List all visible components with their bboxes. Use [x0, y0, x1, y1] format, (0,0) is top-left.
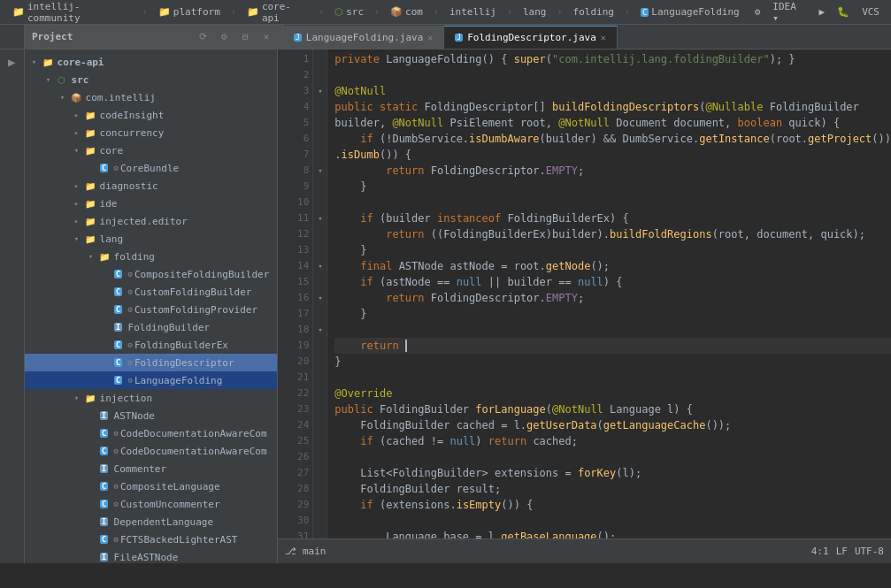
- list-item[interactable]: C ⚙ FoldingDescriptor: [25, 354, 278, 371]
- list-item[interactable]: C ⚙ CompositeFoldingBuilder: [25, 265, 278, 283]
- run-icon[interactable]: ▶: [815, 4, 830, 19]
- list-item[interactable]: I FoldingBuilder: [25, 318, 278, 336]
- nav-intellij[interactable]: intellij: [444, 4, 502, 19]
- class-icon: C: [111, 267, 126, 281]
- tree-arrow: [85, 445, 97, 457]
- list-item[interactable]: I Commenter: [25, 460, 278, 477]
- project-collapse-icon[interactable]: ⊟: [236, 28, 254, 46]
- tree-arrow[interactable]: [71, 197, 83, 210]
- nav-platform[interactable]: 📁 platform: [153, 4, 226, 19]
- code-line: @Override: [334, 386, 891, 401]
- list-item[interactable]: 📁 injection: [25, 389, 278, 407]
- list-item[interactable]: 📁 core-api: [25, 53, 278, 71]
- tree-arrow[interactable]: [85, 250, 97, 263]
- tree-arrow[interactable]: [71, 233, 83, 245]
- code-line: [334, 513, 891, 529]
- list-item[interactable]: 📁 diagnostic: [25, 177, 278, 195]
- list-item[interactable]: 📁 folding: [25, 248, 278, 265]
- list-item[interactable]: C ⚙ FCTSBackedLighterAST: [25, 531, 278, 548]
- nav-languagefolding[interactable]: C LanguageFolding: [635, 4, 745, 19]
- code-line: }: [334, 179, 891, 195]
- code-line: List<FoldingBuilder> extensions = forKey…: [334, 465, 891, 481]
- fold-all-icon[interactable]: ▶: [3, 53, 20, 71]
- folder-icon: 📁: [83, 391, 97, 405]
- list-item[interactable]: C ⚙ CoreBundle: [25, 159, 278, 177]
- line-ending[interactable]: LF: [836, 546, 848, 557]
- vcs-icon[interactable]: VCS: [857, 4, 884, 19]
- list-item[interactable]: 📁 core: [25, 141, 278, 159]
- class-icon: I: [97, 462, 111, 476]
- list-item[interactable]: I DependentLanguage: [25, 513, 278, 531]
- list-item[interactable]: C ⚙ CodeDocumentationAwareCom: [25, 424, 278, 442]
- fold-marker[interactable]: ▾: [313, 258, 326, 274]
- tree-arrow[interactable]: [71, 179, 83, 192]
- top-bar: 📁 intellij-community › 📁 platform › 📁 co…: [0, 0, 891, 25]
- nav-core-api[interactable]: 📁 core-api: [242, 0, 313, 26]
- list-item[interactable]: 📁 lang: [25, 230, 278, 248]
- class-icon: C: [97, 497, 111, 511]
- list-item[interactable]: ⬡ src: [25, 71, 278, 88]
- tab-close-foldingdescriptor[interactable]: ✕: [601, 33, 606, 42]
- tree-arrow[interactable]: [71, 144, 83, 157]
- code-line: [334, 322, 891, 338]
- tree-arrow[interactable]: [42, 73, 55, 86]
- code-line: private LanguageFolding() { super("com.i…: [334, 51, 891, 67]
- tree-arrow[interactable]: [71, 109, 83, 121]
- list-item[interactable]: 📁 codeInsight: [25, 106, 278, 124]
- tree-arrow[interactable]: [71, 126, 83, 139]
- cursor-position: 4:1: [811, 546, 829, 557]
- tree-arrow[interactable]: [57, 91, 69, 103]
- debug-icon[interactable]: 🐛: [833, 4, 854, 19]
- git-branch[interactable]: ⎇ main: [285, 546, 326, 557]
- code-line: if (extensions.isEmpty()) {: [334, 497, 891, 513]
- list-item[interactable]: C ⚙ CompositeLanguage: [25, 477, 278, 495]
- fold-marker[interactable]: ▾: [313, 163, 326, 179]
- tab-foldingdescriptor[interactable]: J FoldingDescriptor.java ✕: [444, 26, 618, 49]
- class-icon: I: [97, 409, 111, 423]
- list-item[interactable]: C ⚙ CodeDocumentationAwareCom: [25, 442, 278, 460]
- settings-icon[interactable]: ⚙: [750, 4, 765, 19]
- class-icon: I: [97, 550, 111, 563]
- encoding[interactable]: UTF-8: [855, 546, 884, 557]
- list-item[interactable]: 📁 injected.editor: [25, 212, 278, 230]
- list-item[interactable]: C ⚙ LanguageFolding: [25, 371, 278, 389]
- list-item[interactable]: C ⚙ CustomUncommenter: [25, 495, 278, 513]
- fold-marker[interactable]: ▾: [313, 322, 326, 338]
- nav-lang[interactable]: lang: [518, 4, 552, 19]
- tab-languagefolding[interactable]: J LanguageFolding.java ✕: [283, 26, 444, 49]
- code-line: [334, 67, 891, 83]
- list-item[interactable]: 📦 com.intellij: [25, 88, 278, 106]
- project-sync-icon[interactable]: ⟳: [194, 28, 211, 46]
- code-line: return FoldingDescriptor.EMPTY;: [334, 163, 891, 179]
- code-line: return ((FoldingBuilderEx)builder).build…: [334, 226, 891, 242]
- editor-content[interactable]: 12345 678910 1112131415 1617181920 21222…: [278, 50, 891, 538]
- nav-intellij-community[interactable]: 📁 intellij-community: [7, 0, 137, 26]
- idea-label[interactable]: IDEA ▾: [768, 0, 810, 26]
- tree-arrow[interactable]: [71, 392, 83, 404]
- class-icon: C: [97, 532, 111, 546]
- project-gear-icon[interactable]: ⚙: [215, 28, 233, 46]
- tree-arrow[interactable]: [71, 215, 83, 227]
- package-icon: 📦: [69, 90, 83, 104]
- list-item[interactable]: 📁 concurrency: [25, 124, 278, 141]
- nav-src[interactable]: ⬡ src: [329, 4, 369, 19]
- tree-arrow: [99, 286, 111, 298]
- tree-arrow[interactable]: [28, 56, 41, 68]
- list-item[interactable]: C ⚙ FoldingBuilderEx: [25, 336, 278, 354]
- list-item[interactable]: I FileASTNode: [25, 548, 278, 563]
- list-item[interactable]: I ASTNode: [25, 407, 278, 424]
- folder-icon: 📁: [83, 126, 97, 140]
- project-close-icon[interactable]: ✕: [257, 28, 275, 46]
- fold-marker[interactable]: ▾: [313, 83, 326, 99]
- tree-arrow: [99, 321, 111, 333]
- fold-marker[interactable]: ▾: [313, 290, 326, 306]
- nav-folding[interactable]: folding: [568, 4, 619, 19]
- tab-close-languagefolding[interactable]: ✕: [427, 33, 433, 42]
- list-item[interactable]: 📁 ide: [25, 195, 278, 212]
- list-item[interactable]: C ⚙ CustomFoldingBuilder: [25, 283, 278, 301]
- fold-marker[interactable]: ▾: [313, 210, 326, 226]
- nav-com[interactable]: 📦 com: [385, 4, 428, 19]
- code-editor[interactable]: private LanguageFolding() { super("com.i…: [327, 50, 891, 538]
- list-item[interactable]: C ⚙ CustomFoldingProvider: [25, 301, 278, 318]
- code-line: .isDumb()) {: [334, 147, 891, 163]
